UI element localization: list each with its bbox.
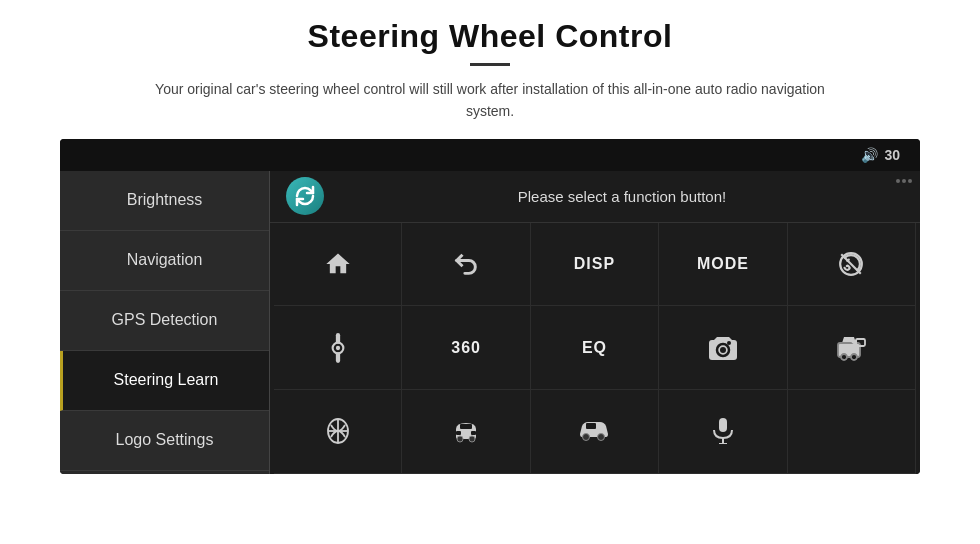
- svg-rect-27: [719, 418, 727, 432]
- svg-rect-19: [456, 431, 461, 435]
- camera2-icon: [836, 335, 866, 361]
- prompt-text: Please select a function button!: [340, 188, 904, 205]
- refresh-icon: [293, 184, 317, 208]
- svg-point-8: [720, 347, 726, 353]
- grid-car-front-button[interactable]: [402, 390, 530, 474]
- svg-rect-21: [460, 424, 472, 429]
- sidebar-item-gps-detection[interactable]: GPS Detection: [60, 291, 269, 351]
- page-subtitle: Your original car's steering wheel contr…: [130, 78, 850, 123]
- grid-mic-button[interactable]: [659, 390, 787, 474]
- refresh-button[interactable]: [286, 177, 324, 215]
- svg-point-5: [336, 346, 340, 350]
- grid-empty-cell: [788, 390, 916, 474]
- page-wrapper: Steering Wheel Control Your original car…: [0, 0, 980, 544]
- svg-point-26: [598, 434, 605, 441]
- svg-point-23: [469, 436, 475, 442]
- grid-car-top-button[interactable]: [274, 390, 402, 474]
- disp-label: DISP: [574, 255, 615, 273]
- button-grid: DISP MODE: [270, 223, 920, 474]
- sidebar-item-steering-learn[interactable]: Steering Learn: [60, 351, 269, 411]
- grid-360-button[interactable]: 360: [402, 306, 530, 390]
- svg-point-9: [727, 341, 731, 345]
- volume-number: 30: [884, 147, 900, 163]
- mic-icon: [712, 418, 734, 444]
- grid-disp-button[interactable]: DISP: [531, 223, 659, 307]
- no-phone-icon: [838, 251, 864, 277]
- 360-label: 360: [451, 339, 481, 357]
- grid-knob-button[interactable]: [274, 306, 402, 390]
- svg-rect-20: [471, 431, 476, 435]
- svg-point-25: [583, 434, 590, 441]
- svg-point-13: [851, 354, 857, 360]
- sidebar-item-logo-settings[interactable]: Logo Settings: [60, 411, 269, 471]
- sidebar-item-brightness[interactable]: Brightness: [60, 171, 269, 231]
- main-content: Please select a function button!: [270, 171, 920, 474]
- screen-body: Brightness Navigation GPS Detection Stee…: [60, 171, 920, 474]
- grid-back-button[interactable]: [402, 223, 530, 307]
- svg-rect-24: [586, 423, 596, 429]
- sidebar-menu: Brightness Navigation GPS Detection Stee…: [60, 171, 270, 474]
- svg-point-12: [841, 354, 847, 360]
- dots-indicator: [896, 179, 912, 183]
- eq-label: EQ: [582, 339, 607, 357]
- volume-icon: 🔊: [861, 147, 878, 163]
- grid-camera2-button[interactable]: [788, 306, 916, 390]
- grid-eq-button[interactable]: EQ: [531, 306, 659, 390]
- grid-home-button[interactable]: [274, 223, 402, 307]
- grid-mode-button[interactable]: MODE: [659, 223, 787, 307]
- car-top-icon: [325, 418, 351, 444]
- back-icon: [452, 250, 480, 278]
- mode-label: MODE: [697, 255, 749, 273]
- content-header: Please select a function button!: [270, 171, 920, 223]
- knob-icon: [325, 333, 351, 363]
- grid-car-side-button[interactable]: [531, 390, 659, 474]
- grid-no-phone-button[interactable]: [788, 223, 916, 307]
- svg-point-22: [457, 436, 463, 442]
- car-side-icon: [578, 420, 610, 442]
- page-title: Steering Wheel Control: [308, 18, 673, 55]
- car-screen: 🔊 30 Brightness Navigation GPS Detection…: [60, 139, 920, 474]
- sidebar-item-navigation[interactable]: Navigation: [60, 231, 269, 291]
- camera1-icon: [709, 335, 737, 361]
- grid-camera1-button[interactable]: [659, 306, 787, 390]
- car-front-icon: [452, 419, 480, 443]
- screen-top-bar: 🔊 30: [60, 139, 920, 171]
- home-icon: [324, 250, 352, 278]
- title-divider: [470, 63, 510, 66]
